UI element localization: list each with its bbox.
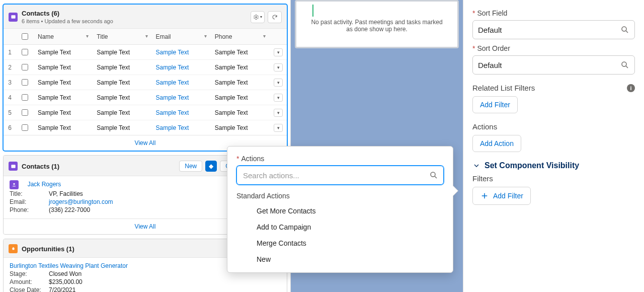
row-checkbox[interactable] <box>22 109 28 116</box>
svg-point-3 <box>13 183 15 185</box>
table-row[interactable]: 3Sample TextSample TextSample TextSample… <box>4 75 287 90</box>
col-phone: Phone▾ <box>211 29 270 45</box>
info-icon[interactable]: i <box>627 84 635 92</box>
email-link[interactable]: jrogers@burlington.com <box>49 198 113 205</box>
field-label: Phone: <box>10 206 49 213</box>
sort-field-lookup[interactable]: Default <box>472 20 635 39</box>
cell-email-link[interactable]: Sample Text <box>156 109 189 116</box>
table-row[interactable]: 2Sample TextSample TextSample TextSample… <box>4 60 287 75</box>
field-label: Email: <box>10 198 49 205</box>
row-actions-menu[interactable]: ▾ <box>274 63 283 71</box>
row-checkbox[interactable] <box>22 64 28 70</box>
action-option[interactable]: Merge Contacts <box>236 235 444 251</box>
row-index: 2 <box>4 60 16 75</box>
row-actions-menu[interactable]: ▾ <box>274 94 283 102</box>
svg-rect-4 <box>13 247 14 248</box>
add-filter-button-2[interactable]: Add Filter <box>472 187 531 205</box>
chevron-down-icon: ▾ <box>263 33 266 39</box>
row-actions-menu[interactable]: ▾ <box>274 109 283 117</box>
field-value: Closed Won <box>49 270 82 277</box>
cell-name: Sample Text <box>34 90 93 105</box>
cell-name: Sample Text <box>34 120 93 135</box>
search-icon <box>620 25 629 34</box>
row-checkbox[interactable] <box>22 49 28 55</box>
field-label: Close Date: <box>10 286 49 292</box>
opportunity-name-link[interactable]: Burlington Textiles Weaving Plant Genera… <box>10 262 128 269</box>
cell-phone: Sample Text <box>211 60 270 75</box>
component-visibility-heading[interactable]: Set Component Visibility <box>472 161 635 170</box>
sort-order-label: *Sort Order <box>472 44 635 52</box>
cell-phone: Sample Text <box>211 120 270 135</box>
field-label: Amount: <box>10 278 49 285</box>
cell-email-link[interactable]: Sample Text <box>156 79 189 86</box>
sort-order-lookup[interactable]: Default <box>472 55 635 75</box>
cell-phone: Sample Text <box>211 45 270 60</box>
chevron-down-icon <box>472 162 480 170</box>
row-actions-menu[interactable]: ▾ <box>274 124 283 132</box>
sort-field-label: *Sort Field <box>472 9 635 17</box>
field-value: 7/20/2021 <box>49 286 75 292</box>
row-actions-menu[interactable]: ▾ <box>274 79 283 87</box>
table-row[interactable]: 5Sample TextSample TextSample TextSample… <box>4 105 287 120</box>
refresh-button[interactable] <box>268 11 282 23</box>
svg-point-1 <box>256 16 257 18</box>
actions-heading: Actions <box>472 122 635 131</box>
contact-avatar-icon <box>10 180 19 189</box>
action-option[interactable]: Add to Campaign <box>236 219 444 235</box>
row-index: 4 <box>4 90 16 105</box>
activity-timeline-card[interactable]: No past activity. Past meetings and task… <box>295 0 459 48</box>
row-index: 5 <box>4 105 16 120</box>
cell-title: Sample Text <box>93 60 151 75</box>
cell-email-link[interactable]: Sample Text <box>156 124 189 131</box>
select-all-checkbox[interactable] <box>22 33 28 40</box>
related-list-filters-heading: Related List Filters i <box>472 84 635 92</box>
svg-line-8 <box>626 31 628 33</box>
table-row[interactable]: 1Sample TextSample TextSample TextSample… <box>4 45 287 60</box>
cell-phone: Sample Text <box>211 90 270 105</box>
col-title: Title▾ <box>93 29 151 45</box>
cell-phone: Sample Text <box>211 75 270 90</box>
contact-name-link[interactable]: Jack Rogers <box>28 181 61 188</box>
field-value: $235,000.00 <box>49 278 83 285</box>
actions-search-input[interactable] <box>242 171 425 180</box>
row-index: 1 <box>4 45 16 60</box>
row-checkbox[interactable] <box>22 94 28 101</box>
table-row[interactable]: 4Sample TextSample TextSample TextSample… <box>4 90 287 105</box>
action-option[interactable]: New <box>236 251 444 267</box>
contacts-table: Name▾ Title▾ Email▾ Phone▾ 1Sample TextS… <box>4 29 287 135</box>
add-action-button[interactable]: Add Action <box>472 135 521 152</box>
cell-name: Sample Text <box>34 45 93 60</box>
actions-group-label: Standard Actions <box>236 192 444 200</box>
cell-email-link[interactable]: Sample Text <box>156 49 189 56</box>
cell-email-link[interactable]: Sample Text <box>156 64 189 71</box>
row-checkbox[interactable] <box>22 79 28 86</box>
svg-rect-2 <box>11 165 15 168</box>
row-checkbox[interactable] <box>22 124 28 131</box>
col-email: Email▾ <box>152 29 211 45</box>
filters-heading: Filters <box>472 174 635 183</box>
action-option[interactable]: Get More Contacts <box>236 203 444 219</box>
plus-icon <box>480 191 489 200</box>
contacts-related-list-card[interactable]: Contacts (6) 6 items • Updated a few sec… <box>3 4 287 151</box>
actions-search-box[interactable] <box>236 166 444 185</box>
card-header: Contacts (6) 6 items • Updated a few sec… <box>4 5 287 29</box>
search-icon <box>620 60 629 69</box>
add-filter-button[interactable]: Add Filter <box>472 96 518 113</box>
badge-icon: ◆ <box>205 161 217 172</box>
chevron-down-icon: ▾ <box>145 33 148 39</box>
gear-menu-button[interactable]: ▾ <box>251 11 265 23</box>
row-actions-menu[interactable]: ▾ <box>274 48 283 56</box>
property-panel: *Sort Field Default *Sort Order Default … <box>463 0 644 292</box>
cell-email-link[interactable]: Sample Text <box>156 94 189 101</box>
opportunity-icon <box>9 244 18 253</box>
card-title: Opportunities (1) <box>22 245 74 253</box>
svg-line-10 <box>626 66 628 68</box>
new-button[interactable]: New <box>179 161 202 172</box>
chevron-down-icon: ▾ <box>86 33 89 39</box>
table-row[interactable]: 6Sample TextSample TextSample TextSample… <box>4 120 287 135</box>
actions-search-popover: *Actions Standard Actions Get More Conta… <box>227 146 453 273</box>
timeline-marker-icon <box>312 5 457 17</box>
cell-name: Sample Text <box>34 60 93 75</box>
cell-name: Sample Text <box>34 75 93 90</box>
chevron-down-icon: ▾ <box>204 33 207 39</box>
